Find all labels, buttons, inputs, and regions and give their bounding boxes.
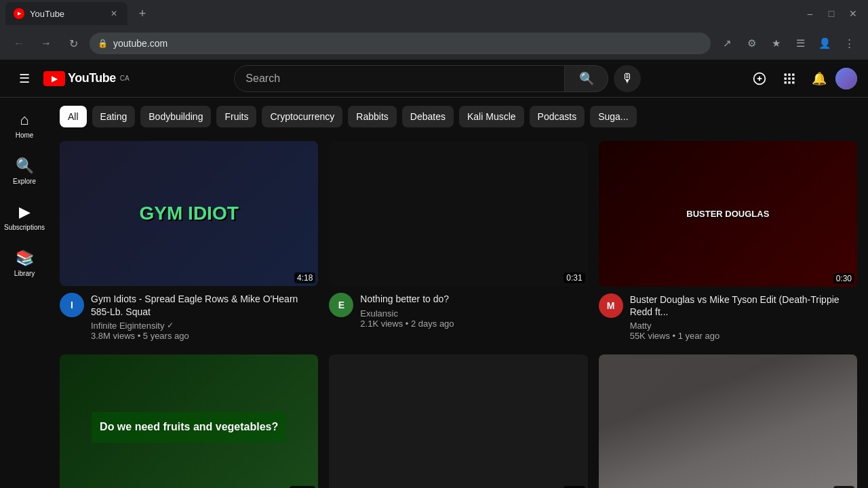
video-info-2: E Nothing better to do? Exulansic 2.1K v… — [329, 286, 587, 331]
video-thumb-3: BUSTER DOUGLAS 0:30 — [599, 141, 857, 287]
subscriptions-icon: ▶ — [19, 203, 31, 221]
video-thumb-2: 0:31 — [329, 141, 587, 286]
extensions-button[interactable]: ⚙ — [741, 33, 762, 54]
thumb-bg-6 — [599, 354, 857, 488]
nav-actions: ↗ ⚙ ★ ☰ 👤 ⋮ — [716, 33, 860, 54]
video-card-1[interactable]: GYM IDIOT 4:18 I Gym Idiots - Spread Eag… — [60, 141, 318, 344]
duration-badge-1: 4:18 — [294, 272, 315, 283]
video-meta-2: Nothing better to do? Exulansic 2.1K vie… — [360, 293, 587, 328]
profile-button[interactable]: 👤 — [814, 33, 835, 54]
video-card-3[interactable]: BUSTER DOUGLAS 0:30 M Buster Douglas vs … — [599, 141, 857, 344]
sidebar-item-subscriptions[interactable]: ▶ Subscriptions — [3, 195, 46, 239]
filter-suga[interactable]: Suga... — [590, 106, 636, 127]
sidebar-library-label: Library — [14, 270, 35, 277]
svg-rect-4 — [788, 73, 790, 75]
header-actions: 🔔 — [746, 65, 857, 92]
share-button[interactable]: ↗ — [716, 33, 738, 54]
back-button[interactable]: ← — [8, 33, 30, 54]
channel-name-3: Matty — [630, 321, 652, 331]
home-icon: ⌂ — [20, 111, 28, 129]
tab-close-btn[interactable]: ✕ — [108, 8, 119, 19]
verified-icon-1: ✓ — [167, 321, 174, 330]
sidebar-item-library[interactable]: 📚 Library — [3, 241, 46, 285]
url-text: youtube.com — [113, 38, 167, 49]
channel-avatar-3: M — [599, 293, 623, 318]
video-title-2: Nothing better to do? — [360, 293, 587, 305]
refresh-button[interactable]: ↻ — [62, 33, 84, 54]
maximize-button[interactable]: □ — [822, 4, 841, 23]
tab-favicon — [14, 8, 24, 19]
thumb-text-4: Do we need fruits and vegetables? — [92, 412, 286, 443]
search-icon: 🔍 — [579, 71, 594, 86]
reading-list-button[interactable]: ☰ — [789, 33, 811, 54]
browser-chrome: YouTube ✕ + ‒ □ ✕ ← → ↻ 🔒 youtube.com ↗ … — [0, 0, 868, 60]
filter-rabbits[interactable]: Rabbits — [348, 106, 396, 127]
channel-name-2: Exulansic — [360, 308, 398, 319]
filter-bodybuilding[interactable]: Bodybuilding — [140, 106, 211, 127]
hamburger-menu-button[interactable]: ☰ — [11, 65, 38, 92]
search-button[interactable]: 🔍 — [565, 65, 608, 92]
browser-tab[interactable]: YouTube ✕ — [5, 2, 127, 25]
thumb-text-5 — [453, 422, 464, 432]
apps-button[interactable] — [776, 65, 803, 92]
video-title-3: Buster Douglas vs Mike Tyson Edit (Death… — [630, 293, 857, 318]
svg-rect-10 — [788, 81, 790, 83]
youtube-logo-icon — [43, 71, 65, 86]
thumb-placeholder-6 — [599, 354, 857, 488]
youtube-country: CA — [120, 75, 130, 82]
sidebar-item-home[interactable]: ⌂ Home — [3, 103, 46, 146]
video-info-1: I Gym Idiots - Spread Eagle Rows & Mike … — [60, 286, 318, 343]
thumb-placeholder-4: Do we need fruits and vegetables? — [60, 354, 318, 488]
minimize-button[interactable]: ‒ — [800, 4, 819, 23]
avatar-button[interactable] — [835, 68, 857, 89]
menu-button[interactable]: ⋮ — [838, 33, 860, 54]
filter-podcasts[interactable]: Podcasts — [530, 106, 585, 127]
youtube-logo: YouTubeCA — [43, 71, 130, 86]
youtube-sidebar: ⌂ Home 🔍 Explore ▶ Subscriptions 📚 Libra… — [0, 98, 49, 488]
video-thumb-1: GYM IDIOT 4:18 — [60, 141, 318, 286]
search-container: Search 🔍 🎙 — [234, 65, 641, 92]
window-controls: ‒ □ ✕ — [800, 4, 863, 23]
sidebar-home-label: Home — [16, 131, 34, 139]
filter-fruits[interactable]: Fruits — [216, 106, 256, 127]
new-tab-button[interactable]: + — [133, 4, 152, 23]
sidebar-item-explore[interactable]: 🔍 Explore — [3, 149, 46, 192]
filter-all[interactable]: All — [60, 106, 87, 127]
forward-button[interactable]: → — [35, 33, 57, 54]
video-card-5[interactable]: 0:55 E The Actual Origin of "2spirit" Ex… — [329, 354, 587, 488]
video-card-2[interactable]: 0:31 E Nothing better to do? Exulansic 2… — [329, 141, 587, 344]
svg-rect-8 — [792, 77, 794, 79]
address-bar[interactable]: 🔒 youtube.com — [90, 33, 711, 54]
video-card-6[interactable]: 0:11 E What In The AGP? Ella Androphobia… — [599, 354, 857, 488]
search-bar[interactable]: Search — [234, 65, 565, 92]
video-info-3: M Buster Douglas vs Mike Tyson Edit (Dea… — [599, 287, 857, 344]
filter-eating[interactable]: Eating — [92, 106, 136, 127]
thumb-placeholder-2 — [329, 141, 587, 286]
duration-badge-2: 0:31 — [564, 272, 585, 283]
youtube-main: ⌂ Home 🔍 Explore ▶ Subscriptions 📚 Libra… — [0, 98, 868, 488]
filter-debates[interactable]: Debates — [402, 106, 454, 127]
svg-rect-6 — [784, 77, 786, 79]
mic-button[interactable]: 🎙 — [614, 65, 641, 92]
duration-badge-3: 0:30 — [833, 273, 854, 284]
apps-icon — [783, 72, 796, 85]
create-button[interactable] — [746, 65, 773, 92]
svg-rect-11 — [792, 81, 794, 83]
sidebar-explore-label: Explore — [13, 178, 36, 185]
user-avatar — [835, 68, 857, 89]
video-thumb-4: Do we need fruits and vegetables? 12:56 — [60, 354, 318, 488]
thumb-text-1: GYM IDIOT — [134, 198, 244, 230]
youtube-logo-text: YouTube — [68, 71, 116, 85]
browser-navbar: ← → ↻ 🔒 youtube.com ↗ ⚙ ★ ☰ 👤 ⋮ — [0, 27, 868, 60]
close-button[interactable]: ✕ — [844, 4, 863, 23]
video-meta-1: Gym Idiots - Spread Eagle Rows & Mike O'… — [91, 293, 318, 340]
filter-kali-muscle[interactable]: Kali Muscle — [459, 106, 524, 127]
video-card-4[interactable]: Do we need fruits and vegetables? 12:56 … — [60, 354, 318, 488]
video-channel-2: Exulansic — [360, 308, 587, 319]
svg-rect-7 — [788, 77, 790, 79]
notifications-button[interactable]: 🔔 — [806, 65, 833, 92]
bookmark-button[interactable]: ★ — [765, 33, 787, 54]
thumb-placeholder-3: BUSTER DOUGLAS — [599, 141, 857, 287]
video-stats-3: 55K views • 1 year ago — [630, 331, 857, 341]
filter-cryptocurrency[interactable]: Cryptocurrency — [262, 106, 342, 127]
